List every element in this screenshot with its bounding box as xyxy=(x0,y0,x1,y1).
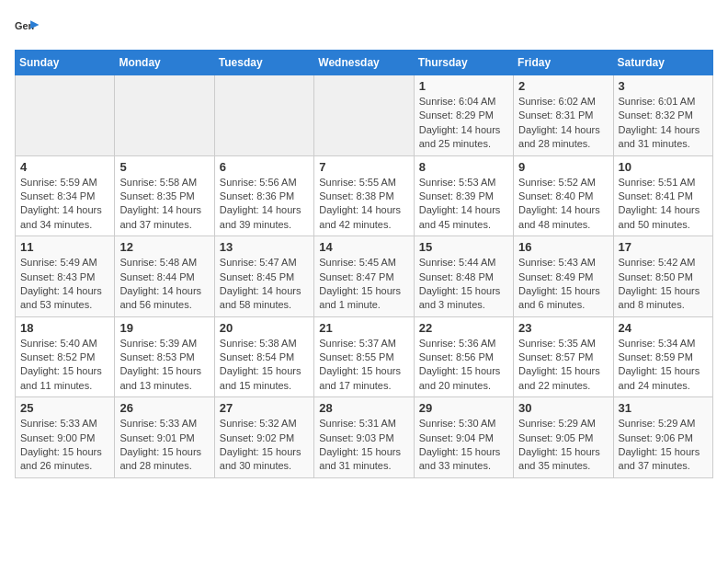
calendar-cell: 30Sunrise: 5:29 AM Sunset: 9:05 PM Dayli… xyxy=(514,397,613,478)
day-info: Sunrise: 5:44 AM Sunset: 8:48 PM Dayligh… xyxy=(419,256,508,313)
calendar-cell: 3Sunrise: 6:01 AM Sunset: 8:32 PM Daylig… xyxy=(613,75,712,156)
calendar-cell xyxy=(314,75,414,156)
day-number: 9 xyxy=(518,160,608,174)
calendar-cell xyxy=(214,75,313,156)
day-info: Sunrise: 5:55 AM Sunset: 8:38 PM Dayligh… xyxy=(319,176,408,233)
day-info: Sunrise: 6:01 AM Sunset: 8:32 PM Dayligh… xyxy=(619,95,708,152)
calendar-cell: 8Sunrise: 5:53 AM Sunset: 8:39 PM Daylig… xyxy=(414,155,513,236)
day-info: Sunrise: 5:47 AM Sunset: 8:45 PM Dayligh… xyxy=(220,256,309,313)
day-info: Sunrise: 5:42 AM Sunset: 8:50 PM Dayligh… xyxy=(619,256,708,313)
day-info: Sunrise: 5:52 AM Sunset: 8:40 PM Dayligh… xyxy=(518,176,608,233)
calendar-cell: 25Sunrise: 5:33 AM Sunset: 9:00 PM Dayli… xyxy=(16,397,115,478)
day-info: Sunrise: 5:29 AM Sunset: 9:05 PM Dayligh… xyxy=(518,417,608,474)
calendar-week-4: 18Sunrise: 5:40 AM Sunset: 8:52 PM Dayli… xyxy=(16,316,713,397)
calendar-cell: 18Sunrise: 5:40 AM Sunset: 8:52 PM Dayli… xyxy=(16,316,115,397)
weekday-header-thursday: Thursday xyxy=(414,51,513,75)
calendar-table: SundayMondayTuesdayWednesdayThursdayFrid… xyxy=(15,50,713,478)
day-info: Sunrise: 5:33 AM Sunset: 9:01 PM Dayligh… xyxy=(119,417,209,474)
day-number: 4 xyxy=(20,160,109,174)
day-number: 13 xyxy=(220,240,309,254)
day-number: 2 xyxy=(518,79,608,93)
calendar-cell: 14Sunrise: 5:45 AM Sunset: 8:47 PM Dayli… xyxy=(314,236,414,317)
calendar-cell: 9Sunrise: 5:52 AM Sunset: 8:40 PM Daylig… xyxy=(514,155,613,236)
calendar-cell: 5Sunrise: 5:58 AM Sunset: 8:35 PM Daylig… xyxy=(115,155,214,236)
weekday-header-wednesday: Wednesday xyxy=(314,51,414,75)
calendar-cell xyxy=(16,75,115,156)
logo: Gen xyxy=(15,15,44,40)
day-number: 24 xyxy=(619,321,708,335)
day-info: Sunrise: 5:58 AM Sunset: 8:35 PM Dayligh… xyxy=(119,176,209,233)
calendar-cell: 7Sunrise: 5:55 AM Sunset: 8:38 PM Daylig… xyxy=(314,155,414,236)
day-number: 17 xyxy=(619,240,708,254)
logo-icon: Gen xyxy=(15,15,40,40)
day-info: Sunrise: 5:32 AM Sunset: 9:02 PM Dayligh… xyxy=(220,417,309,474)
calendar-cell: 22Sunrise: 5:36 AM Sunset: 8:56 PM Dayli… xyxy=(414,316,513,397)
day-number: 20 xyxy=(220,321,309,335)
day-number: 8 xyxy=(419,160,508,174)
calendar-cell: 11Sunrise: 5:49 AM Sunset: 8:43 PM Dayli… xyxy=(16,236,115,317)
calendar-cell: 6Sunrise: 5:56 AM Sunset: 8:36 PM Daylig… xyxy=(214,155,313,236)
day-info: Sunrise: 5:51 AM Sunset: 8:41 PM Dayligh… xyxy=(619,176,708,233)
calendar-week-1: 1Sunrise: 6:04 AM Sunset: 8:29 PM Daylig… xyxy=(16,75,713,156)
day-number: 15 xyxy=(419,240,508,254)
day-number: 5 xyxy=(119,160,209,174)
day-number: 10 xyxy=(619,160,708,174)
calendar-cell: 31Sunrise: 5:29 AM Sunset: 9:06 PM Dayli… xyxy=(613,397,712,478)
day-info: Sunrise: 5:38 AM Sunset: 8:54 PM Dayligh… xyxy=(220,337,309,394)
day-number: 23 xyxy=(518,321,608,335)
calendar-week-5: 25Sunrise: 5:33 AM Sunset: 9:00 PM Dayli… xyxy=(16,397,713,478)
day-number: 30 xyxy=(518,401,608,415)
day-number: 28 xyxy=(319,401,408,415)
day-info: Sunrise: 5:35 AM Sunset: 8:57 PM Dayligh… xyxy=(518,337,608,394)
day-info: Sunrise: 5:36 AM Sunset: 8:56 PM Dayligh… xyxy=(419,337,508,394)
weekday-header-monday: Monday xyxy=(115,51,214,75)
calendar-cell: 13Sunrise: 5:47 AM Sunset: 8:45 PM Dayli… xyxy=(214,236,313,317)
calendar-cell: 2Sunrise: 6:02 AM Sunset: 8:31 PM Daylig… xyxy=(514,75,613,156)
day-number: 25 xyxy=(20,401,109,415)
day-info: Sunrise: 5:29 AM Sunset: 9:06 PM Dayligh… xyxy=(619,417,708,474)
day-number: 14 xyxy=(319,240,408,254)
weekday-header-friday: Friday xyxy=(514,51,613,75)
day-info: Sunrise: 5:48 AM Sunset: 8:44 PM Dayligh… xyxy=(119,256,209,313)
day-info: Sunrise: 5:39 AM Sunset: 8:53 PM Dayligh… xyxy=(119,337,209,394)
day-info: Sunrise: 6:02 AM Sunset: 8:31 PM Dayligh… xyxy=(518,95,608,152)
day-info: Sunrise: 5:34 AM Sunset: 8:59 PM Dayligh… xyxy=(619,337,708,394)
calendar-cell: 28Sunrise: 5:31 AM Sunset: 9:03 PM Dayli… xyxy=(314,397,414,478)
weekday-header-sunday: Sunday xyxy=(16,51,115,75)
day-number: 26 xyxy=(119,401,209,415)
calendar-cell: 17Sunrise: 5:42 AM Sunset: 8:50 PM Dayli… xyxy=(613,236,712,317)
day-number: 27 xyxy=(220,401,309,415)
day-number: 16 xyxy=(518,240,608,254)
day-info: Sunrise: 5:33 AM Sunset: 9:00 PM Dayligh… xyxy=(20,417,109,474)
calendar-cell: 16Sunrise: 5:43 AM Sunset: 8:49 PM Dayli… xyxy=(514,236,613,317)
calendar-cell: 26Sunrise: 5:33 AM Sunset: 9:01 PM Dayli… xyxy=(115,397,214,478)
day-number: 21 xyxy=(319,321,408,335)
calendar-cell: 15Sunrise: 5:44 AM Sunset: 8:48 PM Dayli… xyxy=(414,236,513,317)
day-number: 1 xyxy=(419,79,508,93)
svg-marker-1 xyxy=(30,20,39,29)
day-info: Sunrise: 5:40 AM Sunset: 8:52 PM Dayligh… xyxy=(20,337,109,394)
calendar-cell: 4Sunrise: 5:59 AM Sunset: 8:34 PM Daylig… xyxy=(16,155,115,236)
weekday-header-saturday: Saturday xyxy=(613,51,712,75)
day-info: Sunrise: 5:49 AM Sunset: 8:43 PM Dayligh… xyxy=(20,256,109,313)
calendar-cell: 24Sunrise: 5:34 AM Sunset: 8:59 PM Dayli… xyxy=(613,316,712,397)
day-info: Sunrise: 6:04 AM Sunset: 8:29 PM Dayligh… xyxy=(419,95,508,152)
day-number: 19 xyxy=(119,321,209,335)
weekday-header-tuesday: Tuesday xyxy=(214,51,313,75)
day-info: Sunrise: 5:37 AM Sunset: 8:55 PM Dayligh… xyxy=(319,337,408,394)
day-number: 11 xyxy=(20,240,109,254)
day-number: 29 xyxy=(419,401,508,415)
calendar-cell: 1Sunrise: 6:04 AM Sunset: 8:29 PM Daylig… xyxy=(414,75,513,156)
day-number: 22 xyxy=(419,321,508,335)
day-info: Sunrise: 5:56 AM Sunset: 8:36 PM Dayligh… xyxy=(220,176,309,233)
calendar-cell: 12Sunrise: 5:48 AM Sunset: 8:44 PM Dayli… xyxy=(115,236,214,317)
calendar-cell: 19Sunrise: 5:39 AM Sunset: 8:53 PM Dayli… xyxy=(115,316,214,397)
page-header: Gen xyxy=(15,15,713,40)
day-info: Sunrise: 5:30 AM Sunset: 9:04 PM Dayligh… xyxy=(419,417,508,474)
day-number: 12 xyxy=(119,240,209,254)
calendar-week-3: 11Sunrise: 5:49 AM Sunset: 8:43 PM Dayli… xyxy=(16,236,713,317)
day-info: Sunrise: 5:45 AM Sunset: 8:47 PM Dayligh… xyxy=(319,256,408,313)
calendar-cell: 23Sunrise: 5:35 AM Sunset: 8:57 PM Dayli… xyxy=(514,316,613,397)
calendar-week-2: 4Sunrise: 5:59 AM Sunset: 8:34 PM Daylig… xyxy=(16,155,713,236)
day-number: 7 xyxy=(319,160,408,174)
